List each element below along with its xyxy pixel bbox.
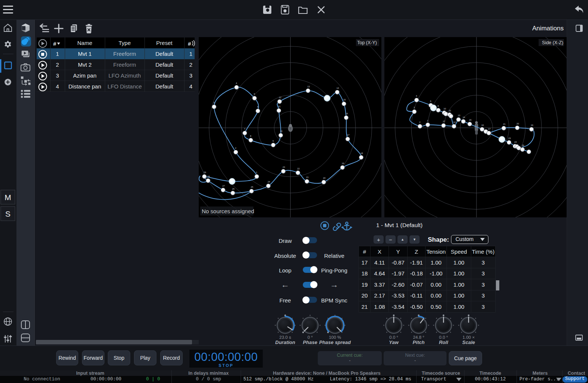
svg-text:27: 27 [222, 185, 225, 187]
svg-text:21: 21 [503, 123, 506, 125]
svg-text:18: 18 [360, 152, 363, 154]
svg-text:S: S [5, 209, 10, 218]
svg-text:11: 11 [278, 105, 281, 108]
svg-text:#: # [53, 40, 57, 47]
svg-text:11: 11 [449, 109, 451, 112]
svg-text:M: M [4, 193, 11, 202]
svg-text:16: 16 [481, 124, 484, 126]
svg-text:13: 13 [307, 85, 310, 88]
svg-text:20: 20 [517, 123, 519, 125]
svg-text:10: 10 [444, 108, 446, 110]
svg-text:27: 27 [443, 120, 445, 123]
svg-text:12: 12 [453, 121, 456, 123]
svg-text:24: 24 [268, 181, 270, 183]
svg-text:19: 19 [531, 124, 533, 126]
svg-text:14: 14 [336, 87, 339, 89]
svg-text:21: 21 [306, 176, 309, 178]
svg-text:22: 22 [297, 168, 300, 170]
svg-text:26: 26 [232, 188, 235, 190]
svg-text:26: 26 [522, 144, 524, 147]
svg-text:15: 15 [469, 119, 472, 121]
svg-text:10: 10 [280, 130, 283, 132]
svg-text:Side (X-Z): Side (X-Z) [542, 40, 563, 45]
svg-text:23: 23 [283, 166, 285, 168]
svg-text:14: 14 [463, 116, 465, 118]
svg-text:16: 16 [345, 112, 348, 115]
svg-text:12: 12 [279, 96, 281, 99]
svg-text:#: # [188, 40, 191, 47]
svg-text:17: 17 [347, 134, 350, 136]
svg-text:19: 19 [342, 162, 344, 165]
svg-text:13: 13 [458, 114, 460, 117]
svg-text:28: 28 [207, 175, 210, 178]
svg-text:15: 15 [343, 99, 346, 101]
svg-text:20: 20 [323, 177, 326, 179]
svg-text:25: 25 [251, 186, 253, 188]
svg-text:17: 17 [488, 128, 491, 130]
svg-text:Top (X-Y): Top (X-Y) [357, 40, 377, 45]
svg-text:23: 23 [508, 137, 511, 139]
svg-text:24: 24 [514, 141, 517, 143]
svg-text:29: 29 [204, 171, 206, 174]
